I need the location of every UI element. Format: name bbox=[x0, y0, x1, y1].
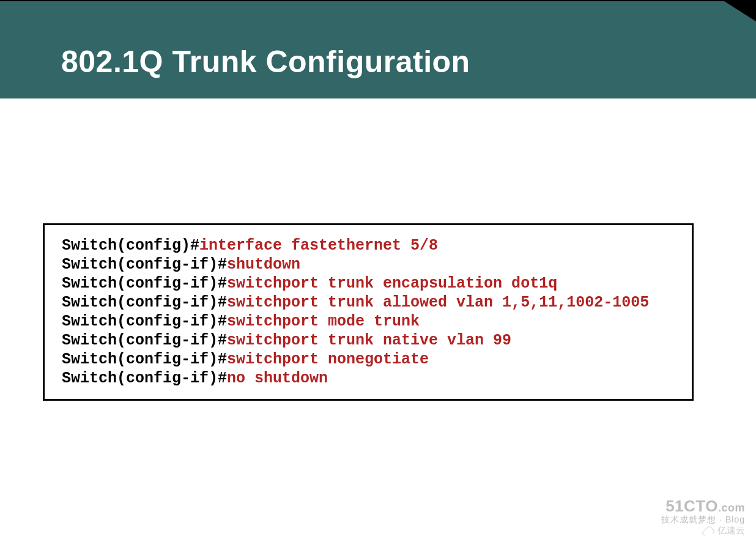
cli-command: shutdown bbox=[227, 256, 300, 273]
cli-command: no shutdown bbox=[227, 370, 328, 387]
cli-prompt: Switch(config-if)# bbox=[62, 351, 227, 368]
slide-header: 802.1Q Trunk Configuration bbox=[0, 0, 756, 99]
slide-title: 802.1Q Trunk Configuration bbox=[61, 44, 470, 80]
cli-config-box: Switch(config)#interface fastethernet 5/… bbox=[43, 223, 694, 401]
cli-line: Switch(config)#interface fastethernet 5/… bbox=[62, 236, 692, 255]
cli-prompt: Switch(config-if)# bbox=[62, 332, 227, 349]
cli-command: switchport trunk native vlan 99 bbox=[227, 332, 511, 349]
cli-line: Switch(config-if)#switchport nonegotiate bbox=[62, 350, 692, 369]
cli-command: interface fastethernet 5/8 bbox=[199, 237, 438, 255]
cli-line: Switch(config-if)#switchport trunk encap… bbox=[62, 274, 692, 293]
cli-prompt: Switch(config-if)# bbox=[62, 313, 227, 330]
cli-line: Switch(config-if)#switchport trunk allow… bbox=[62, 293, 692, 312]
cli-line: Switch(config-if)#no shutdown bbox=[62, 369, 692, 388]
cli-command: switchport mode trunk bbox=[227, 313, 420, 330]
cloud-icon bbox=[702, 526, 716, 536]
cli-prompt: Switch(config-if)# bbox=[62, 370, 227, 387]
cli-command: switchport nonegotiate bbox=[227, 351, 429, 368]
cli-prompt: Switch(config)# bbox=[62, 237, 199, 255]
watermark-yisu: 亿速云 bbox=[702, 525, 745, 537]
cli-prompt: Switch(config-if)# bbox=[62, 275, 227, 292]
cli-command: switchport trunk allowed vlan 1,5,11,100… bbox=[227, 294, 649, 311]
watermark-yisu-text: 亿速云 bbox=[717, 525, 745, 537]
cli-command: switchport trunk encapsulation dot1q bbox=[227, 275, 557, 292]
cli-line: Switch(config-if)#switchport trunk nativ… bbox=[62, 331, 692, 350]
watermark-51cto-main: 51CTO bbox=[665, 497, 718, 515]
cli-prompt: Switch(config-if)# bbox=[62, 294, 227, 311]
watermark-51cto-dot: .com bbox=[718, 502, 745, 514]
watermark-51cto-sub: 技术成就梦想 · Blog bbox=[661, 515, 745, 524]
cli-line: Switch(config-if)#switchport mode trunk bbox=[62, 312, 692, 331]
watermark-51cto: 51CTO.com 技术成就梦想 · Blog bbox=[661, 498, 745, 524]
corner-decoration bbox=[722, 0, 756, 21]
cli-line: Switch(config-if)#shutdown bbox=[62, 255, 692, 274]
cli-prompt: Switch(config-if)# bbox=[62, 256, 227, 273]
